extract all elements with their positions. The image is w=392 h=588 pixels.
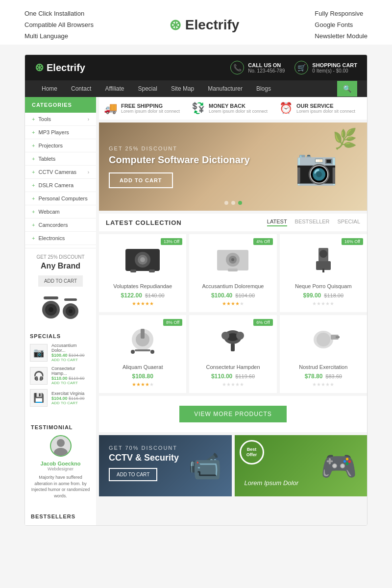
nav-manufacturer[interactable]: Manufacturer: [201, 80, 249, 97]
cart-icon[interactable]: 🛒: [294, 61, 308, 74]
best-offer-badge: BestOffer: [240, 440, 264, 465]
sidebar-item-webcam[interactable]: + Webcam: [25, 205, 96, 219]
special-add-1[interactable]: ADD TO CART: [51, 358, 91, 362]
sidebar-item-computers[interactable]: + Personal Computers: [25, 192, 96, 205]
product-image-3: [286, 240, 361, 279]
collection-title: LATEST COLLECTION: [106, 219, 182, 226]
product-card-3: 16% Off Neque Porro Quisquam $99.00 $118…: [280, 234, 367, 312]
cart-amount: 0 Item(s) - $0.00: [312, 68, 357, 74]
nav-special[interactable]: Special: [131, 80, 164, 97]
call-label: CALL US ON: [248, 62, 285, 68]
product-old-price-6: $83.60: [325, 373, 342, 379]
sidebar-item-electronics[interactable]: + Electronics: [25, 232, 96, 245]
feature-shipping: 🚚 FREE SHIPPING Lorem ipsum dolor sit co…: [104, 102, 187, 115]
nav-contact[interactable]: Contact: [64, 80, 98, 97]
store-logo: ⊛ Electrify: [35, 61, 85, 74]
svg-point-2: [49, 307, 53, 312]
product-stars-4: ★★★★★: [105, 382, 180, 387]
product-card-6: Nostrud Exercitation $78.80 $83.60 ★★★★★: [280, 315, 367, 393]
promo-cart-button[interactable]: ADD TO CART: [38, 275, 83, 287]
hero-text: GET 25% DISCOUNT Computer Software Dicti…: [109, 146, 250, 188]
svg-point-6: [69, 309, 73, 313]
collection-tabs: LATEST BESTSELLER SPECIAL: [267, 219, 360, 226]
product-image-5: [195, 321, 270, 360]
product-badge-5: 6% Off: [253, 319, 272, 326]
svg-rect-27: [141, 329, 145, 339]
product-name-5: Consectetur Hampden: [195, 364, 270, 370]
main-content: 🚚 FREE SHIPPING Lorem ipsum dolor sit co…: [96, 97, 367, 525]
product-new-price-4: $108.80: [132, 373, 153, 380]
special-info-3: Exercitat Virginia $104.00 $116.00 ADD T…: [51, 391, 91, 405]
special-add-3[interactable]: ADD TO CART: [51, 401, 91, 405]
cctv-product-image: 📹: [188, 450, 222, 482]
feature-money-text: MONEY BACK Lorem ipsum dolor sit connect: [209, 103, 268, 114]
nav-home[interactable]: Home: [35, 80, 64, 97]
sidebar-item-label: + Tablets: [32, 156, 55, 162]
hero-dot-1[interactable]: [224, 201, 228, 205]
product-old-price-3: $118.00: [324, 293, 343, 298]
product-badge-2: 4% Off: [253, 238, 272, 245]
feature-one-click: One Click Installation: [24, 10, 94, 17]
special-new-price-1: $100.40: [51, 353, 68, 358]
sidebar-item-mp3[interactable]: + MP3 Players: [25, 126, 96, 139]
phone-icon: 📞: [230, 61, 244, 74]
product-old-price-5: $119.60: [235, 373, 255, 379]
sidebar-item-cctv[interactable]: + CCTV Cameras ›: [25, 166, 96, 179]
cart-label: SHOPPING CART: [312, 62, 357, 68]
truck-icon: 🚚: [104, 102, 117, 115]
sidebar-item-tablets[interactable]: + Tablets: [25, 152, 96, 166]
tab-special[interactable]: SPECIAL: [338, 219, 360, 226]
cart-area[interactable]: 🛒 SHOPPING CART 0 Item(s) - $0.00: [294, 61, 357, 74]
top-info-right: Fully Responsive Google Fonts Newsletter…: [315, 10, 368, 40]
search-button[interactable]: 🔍: [337, 81, 357, 97]
product-badge-1: 13% Off: [161, 238, 182, 245]
cctv-cart-button[interactable]: ADD TO CART: [109, 468, 157, 481]
hero-dot-2[interactable]: [231, 201, 235, 205]
sidebar-item-label: + Camcorders: [32, 222, 68, 228]
sidebar-bestsellers: BESTSELLERS: [25, 508, 96, 525]
nav-blogs[interactable]: Blogs: [249, 80, 278, 97]
product-name-2: Accusantium Doloremque: [195, 283, 270, 289]
product-image-4: [105, 321, 180, 360]
special-item-3: 💾 Exercitat Virginia $104.00 $116.00 ADD…: [30, 389, 91, 407]
sidebar-item-projectors[interactable]: + Projectors: [25, 139, 96, 152]
store-nav: Home Contact Affiliate Special Site Map …: [25, 80, 367, 97]
store-main: CATEGORIES + Tools › + MP3 Players + Pro…: [25, 97, 367, 525]
special-old-price-1: $104.00: [69, 353, 85, 358]
store-logo-icon: ⊛: [35, 61, 44, 74]
nav-affiliate[interactable]: Affiliate: [98, 80, 131, 97]
product-name-6: Nostrud Exercitation: [286, 364, 361, 370]
product-grid: 13% Off Voluptates Repudiandae: [99, 234, 367, 393]
promo-brand-text: Any Brand: [31, 262, 90, 270]
svg-point-8: [57, 439, 65, 447]
svg-point-34: [221, 332, 229, 340]
feature-service-title: OUR SERVICE: [296, 103, 355, 109]
view-more-button[interactable]: VIEW MORE PRODUCTS: [179, 406, 287, 422]
special-name-2: Consectetur Hamp...: [51, 366, 91, 376]
product-prices-4: $108.80: [105, 373, 180, 380]
sidebar-item-label: + Webcam: [32, 209, 60, 215]
product-prices-2: $100.40 $104.00: [195, 292, 270, 299]
tab-bestseller[interactable]: BESTSELLER: [295, 219, 330, 226]
special-price-1: $100.40 $104.00: [51, 353, 91, 358]
hero-cart-button[interactable]: ADD TO CART: [109, 172, 173, 188]
call-text: CALL US ON No. 123-456-789: [248, 62, 285, 74]
sidebar-item-tools[interactable]: + Tools ›: [25, 113, 96, 126]
svg-point-37: [317, 333, 330, 346]
product-image-1: [105, 240, 180, 279]
sidebar-item-camcorders[interactable]: + Camcorders: [25, 219, 96, 232]
product-prices-5: $110.00 $119.60: [195, 373, 270, 380]
nav-items: Home Contact Affiliate Special Site Map …: [35, 80, 278, 97]
feature-service-text: OUR SERVICE Lorem ipsum dolor sit connec…: [296, 103, 355, 114]
feature-shipping-text: FREE SHIPPING Lorem ipsum dolor sit conn…: [121, 103, 180, 114]
tab-latest[interactable]: LATEST: [267, 219, 287, 226]
sidebar-item-dslr[interactable]: + DSLR Camera: [25, 179, 96, 192]
svg-rect-3: [44, 296, 58, 299]
feature-multilang: Multi Language: [24, 32, 94, 40]
nav-sitemap[interactable]: Site Map: [164, 80, 201, 97]
hero-dot-3[interactable]: [238, 201, 242, 205]
special-add-2[interactable]: ADD TO CART: [51, 381, 91, 385]
product-name-1: Voluptates Repudiandae: [105, 283, 180, 289]
feature-service: ⏰ OUR SERVICE Lorem ipsum dolor sit conn…: [279, 102, 362, 115]
store-header: ⊛ Electrify 📞 CALL US ON No. 123-456-789…: [25, 55, 367, 80]
